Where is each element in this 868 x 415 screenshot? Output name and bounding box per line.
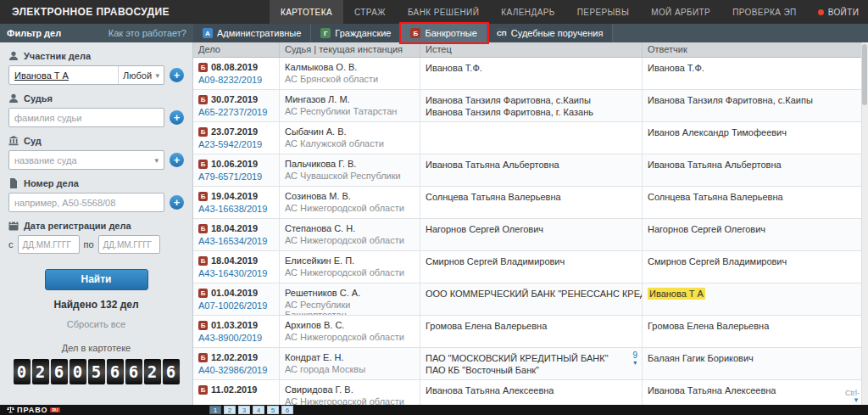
bankruptcy-cases-icon: Б: [410, 28, 420, 38]
case-date: 19.04.2019: [211, 191, 258, 201]
case-row[interactable]: Б 01.03.2019 А43-8900/2019 Архипов В. С.…: [193, 316, 868, 348]
case-type-tab[interactable]: ББанкротные: [401, 24, 487, 42]
case-number-link[interactable]: А07-10026/2019: [198, 300, 267, 311]
case-number-link[interactable]: А43-16638/2019: [198, 204, 267, 214]
judge-input[interactable]: фамилия судьи: [8, 108, 164, 127]
courthouse-icon: [8, 136, 19, 146]
case-row[interactable]: Б 12.02.2019 А40-32986/2019 Кондрат Е. Н…: [193, 348, 868, 380]
case-number-link[interactable]: А23-5942/2019: [198, 139, 262, 149]
case-number-input[interactable]: например, А50-5568/08: [8, 193, 164, 212]
nav-item[interactable]: СТРАЖ: [343, 0, 397, 24]
case-cell: Б 19.04.2019 А43-16638/2019: [193, 187, 280, 218]
nav-item[interactable]: ПЕРЕРЫВЫ: [566, 0, 640, 24]
counter-digit: 5: [88, 359, 105, 384]
court-name: АС Нижегородской области: [285, 203, 413, 213]
judge-name: Кондрат Е. Н.: [285, 352, 413, 362]
judge-cell: Сыбачин А. В. АС Калужской области: [280, 122, 420, 154]
case-cell: Б 08.08.2019 А09-8232/2019: [193, 58, 280, 89]
judge-section-label: Судья: [8, 93, 184, 104]
plaintiff-cell: Нагорнов Сергей Олегович: [420, 219, 643, 250]
defendant-cell: Нагорнов Сергей Олегович: [643, 219, 868, 250]
case-number-link[interactable]: А43-16430/2019: [198, 268, 267, 278]
case-row[interactable]: Б 08.08.2019 А09-8232/2019 Калмыкова О. …: [193, 58, 868, 90]
court-name: АС Нижегородской области: [285, 267, 413, 278]
plaintiff-cell: ООО КОММЕРЧЕСКИЙ БАНК "РЕНЕССАНС КРЕДИТ": [420, 283, 643, 315]
case-date: 08.08.2019: [211, 62, 258, 72]
case-row[interactable]: Б 01.04.2019 А07-10026/2019 Решетников С…: [193, 283, 868, 316]
case-number-link[interactable]: А79-6571/2019: [198, 171, 262, 182]
judge-cell: Елисейкин Е. П. АС Нижегородской области: [280, 251, 420, 283]
calendar-icon: [8, 221, 19, 231]
case-row[interactable]: Б 18.04.2019 А43-16534/2019 Степанова С.…: [193, 219, 868, 251]
add-court-button[interactable]: [170, 153, 184, 167]
plaintiff-cell: Громова Елена Валерьевна: [420, 316, 643, 347]
nav-item[interactable]: БАНК РЕШЕНИЙ: [397, 0, 490, 24]
case-type-tab[interactable]: ГГражданские: [311, 24, 401, 42]
defendant-cell: Балаян Гагик Борикович: [643, 348, 868, 379]
case-date: 23.07.2019: [211, 126, 258, 137]
plaintiff-name: Иванова Танзиля Фаритовна, с.Каипы: [426, 94, 635, 106]
counter-digit: 6: [51, 359, 68, 384]
bankruptcy-case-icon: Б: [198, 127, 208, 137]
defendant-list: Иванова Татьяна Альбертовна: [648, 159, 861, 171]
participant-input[interactable]: Иванова Т А: [9, 66, 118, 84]
case-row[interactable]: Б 30.07.2019 А65-22737/2019 Мингазов Л. …: [193, 90, 868, 122]
date-to-input[interactable]: ДД.ММ.ГГГГ: [98, 235, 160, 254]
add-case-number-button[interactable]: [170, 195, 184, 210]
nav-item[interactable]: КАРТОТЕКА: [270, 0, 343, 24]
results-count: Найдено 132 дел: [8, 299, 184, 311]
nav-item[interactable]: КАЛЕНДАРЬ: [490, 0, 565, 24]
case-row[interactable]: Б 23.07.2019 А23-5942/2019 Сыбачин А. В.…: [193, 122, 868, 154]
case-date: 01.03.2019: [211, 320, 258, 330]
page-button[interactable]: 1: [209, 406, 221, 414]
case-type-tab[interactable]: ААдминистративные: [193, 24, 311, 42]
pravo-ru-logo[interactable]: ПРАВО RU: [7, 406, 60, 414]
plaintiff-name: Смирнов Сергей Владимирович: [426, 255, 635, 267]
defendant-cell: Солнцева Татьяна Валерьевна: [643, 187, 868, 218]
nav-item[interactable]: МОЙ АРБИТР: [640, 0, 721, 24]
court-label: Суд: [24, 136, 42, 146]
plaintiff-cell: Иванова Танзиля Фаритовна, с.КаипыИванов…: [420, 90, 643, 121]
instances-badge[interactable]: 9▾: [632, 351, 637, 367]
plaintiff-list: ПАО "МОСКОВСКИЙ КРЕДИТНЫЙ БАНК"ПАО КБ "В…: [426, 352, 635, 376]
case-number-link[interactable]: А65-22737/2019: [198, 107, 267, 117]
case-number-link[interactable]: А09-8232/2019: [198, 75, 262, 85]
case-row[interactable]: Б 10.06.2019 А79-6571/2019 Пальчикова Г.…: [193, 154, 868, 187]
court-name: АС Нижегородской области: [285, 332, 413, 342]
page-button[interactable]: 5: [267, 406, 279, 414]
case-date: 18.04.2019: [211, 255, 258, 266]
plaintiff-list: Иванова Т.Ф.: [426, 62, 635, 74]
pravo-logo-text: ПРАВО: [17, 406, 47, 414]
case-row[interactable]: Б 19.04.2019 А43-16638/2019 Созинова М. …: [193, 187, 868, 219]
case-number-link[interactable]: А43-16534/2019: [198, 236, 267, 246]
court-select[interactable]: название суда: [8, 150, 164, 170]
case-type-tabs: ААдминистративныеГГражданскиеББанкротные…: [193, 24, 613, 42]
case-number-link[interactable]: А43-8900/2019: [198, 333, 262, 343]
add-participant-button[interactable]: [170, 68, 184, 82]
scales-icon: [7, 407, 14, 413]
search-button[interactable]: Найти: [45, 269, 148, 290]
court-name: АС Республики Башкортостан: [285, 300, 413, 315]
page-button[interactable]: 2: [224, 406, 236, 414]
judge-cell: Архипов В. С. АС Нижегородской области: [280, 316, 420, 347]
page-button[interactable]: 3: [238, 406, 250, 414]
nav-item[interactable]: ПРОВЕРКА ЭП: [721, 0, 807, 24]
date-to-placeholder: ДД.ММ.ГГГГ: [103, 240, 152, 250]
login-button[interactable]: ВОЙТИ: [808, 0, 868, 24]
page-button[interactable]: 6: [281, 406, 293, 414]
case-number-link[interactable]: А40-32986/2019: [198, 365, 267, 375]
participant-role-select[interactable]: Любой: [118, 66, 164, 84]
scrollbar-thumb[interactable]: [862, 44, 867, 105]
case-row[interactable]: Б 18.04.2019 А43-16430/2019 Елисейкин Е.…: [193, 251, 868, 283]
plaintiff-list: Нагорнов Сергей Олегович: [426, 223, 635, 235]
case-type-tab[interactable]: СПСудебные поручения: [487, 24, 614, 42]
bankruptcy-case-icon: Б: [198, 160, 208, 169]
reset-all-link[interactable]: Сбросить все: [8, 319, 184, 329]
vertical-scrollbar[interactable]: [861, 42, 868, 415]
case-date: 11.02.2019: [211, 384, 257, 395]
page-button[interactable]: 4: [253, 406, 264, 414]
plaintiff-cell: [420, 122, 643, 154]
add-judge-button[interactable]: [170, 110, 184, 125]
how-it-works-link[interactable]: Как это работает?: [108, 28, 186, 38]
date-from-input[interactable]: ДД.ММ.ГГГГ: [18, 235, 80, 254]
